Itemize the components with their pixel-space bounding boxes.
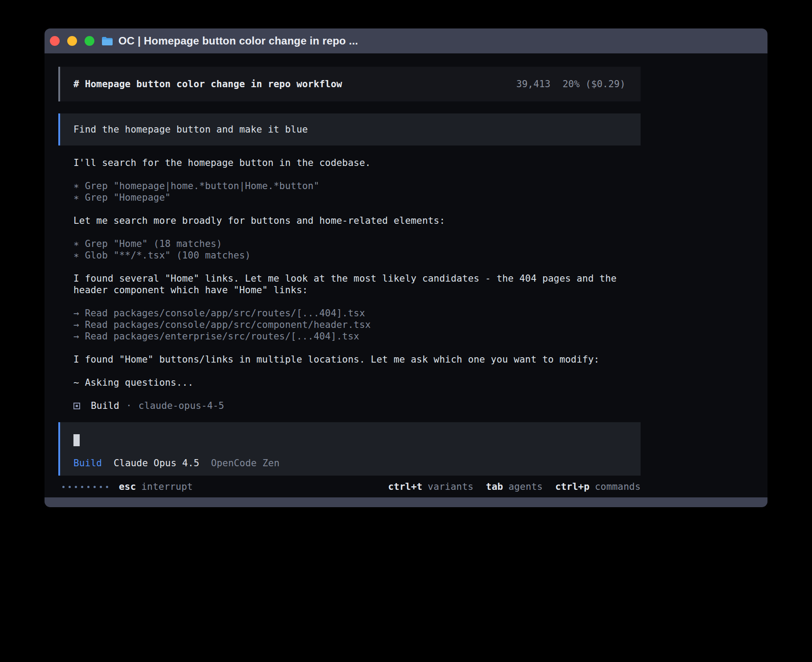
- assistant-paragraph: I found "Home" buttons/links in multiple…: [73, 354, 632, 365]
- context-usage: 20% ($0.29): [563, 78, 625, 90]
- zoom-button[interactable]: [85, 36, 94, 46]
- esc-label: interrupt: [142, 481, 193, 492]
- conversation: I'll search for the homepage button in t…: [58, 157, 641, 412]
- close-button[interactable]: [50, 36, 60, 46]
- text-cursor: [73, 434, 80, 446]
- agent-icon: [73, 403, 80, 409]
- window-bottom-edge: [45, 497, 767, 507]
- agent-name: Build: [91, 400, 119, 412]
- assistant-paragraph: I'll search for the homepage button in t…: [73, 157, 632, 169]
- ctrl-p-key: ctrl+p: [555, 481, 589, 492]
- assistant-paragraph: I found several "Home" links. Let me loo…: [73, 273, 632, 296]
- terminal-content: # Homepage button color change in repo w…: [45, 53, 767, 497]
- tool-call-grep: ∗ Grep "Homepage": [73, 192, 632, 203]
- tool-call-read: → Read packages/enterprise/src/routes/[.…: [73, 331, 632, 342]
- commands-label: commands: [595, 481, 641, 492]
- model-name[interactable]: Claude Opus 4.5: [114, 457, 199, 469]
- terminal-window: OC | Homepage button color change in rep…: [45, 28, 767, 507]
- tool-call-glob: ∗ Glob "**/*.tsx" (100 matches): [73, 250, 632, 261]
- shortcut-agents: tab agents: [486, 481, 543, 492]
- tool-call-read: → Read packages/console/app/src/componen…: [73, 319, 632, 331]
- tab-key: tab: [486, 481, 503, 492]
- window-titlebar[interactable]: OC | Homepage button color change in rep…: [45, 28, 767, 53]
- agent-status-row: Build · claude-opus-4-5: [73, 400, 632, 412]
- agent-separator: ·: [126, 400, 132, 412]
- session-header: # Homepage button color change in repo w…: [58, 67, 641, 101]
- session-stats: 39,413 20% ($0.29): [516, 78, 625, 90]
- prompt-input[interactable]: Build Claude Opus 4.5 OpenCode Zen: [58, 422, 641, 476]
- folder-icon: [102, 36, 113, 46]
- assistant-paragraph: Let me search more broadly for buttons a…: [73, 215, 632, 226]
- agent-mode-label[interactable]: Build: [73, 457, 102, 469]
- agent-model: claude-opus-4-5: [138, 400, 224, 412]
- agents-label: agents: [508, 481, 543, 492]
- esc-key: esc: [119, 481, 136, 492]
- status-bar: esc interrupt ctrl+t variants tab agents…: [58, 481, 641, 492]
- model-provider: OpenCode Zen: [211, 457, 280, 469]
- tool-call-grep: ∗ Grep "homepage|home.*button|Home.*butt…: [73, 180, 632, 192]
- variants-label: variants: [428, 481, 474, 492]
- minimize-button[interactable]: [67, 36, 77, 46]
- tool-call-grep: ∗ Grep "Home" (18 matches): [73, 238, 632, 250]
- user-message-text: Find the homepage button and make it blu…: [73, 124, 308, 135]
- asking-questions-status: ~ Asking questions...: [73, 377, 632, 388]
- traffic-lights: [50, 36, 94, 46]
- shortcut-variants: ctrl+t variants: [388, 481, 474, 492]
- user-message: Find the homepage button and make it blu…: [58, 113, 641, 145]
- shortcut-commands: ctrl+p commands: [555, 481, 641, 492]
- tool-call-read: → Read packages/console/app/src/routes/[…: [73, 307, 632, 319]
- token-count: 39,413: [516, 78, 551, 90]
- session-title: # Homepage button color change in repo w…: [73, 78, 342, 90]
- model-row: Build Claude Opus 4.5 OpenCode Zen: [73, 457, 627, 469]
- spinner-dots: [58, 486, 108, 488]
- ctrl-t-key: ctrl+t: [388, 481, 422, 492]
- window-title: OC | Homepage button color change in rep…: [118, 35, 358, 47]
